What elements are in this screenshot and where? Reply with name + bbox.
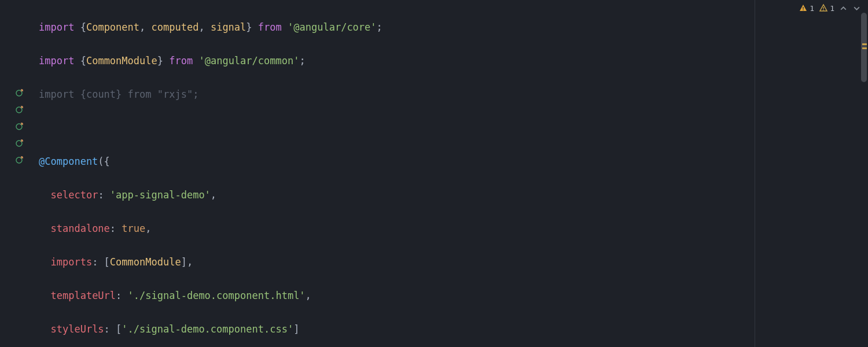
error-stripe-marker[interactable] [862, 43, 867, 45]
chevron-up-icon [840, 5, 847, 12]
code-line[interactable]: imports: [CommonModule], [39, 254, 755, 271]
prev-highlight-button[interactable] [839, 5, 848, 12]
weak-warning-count: 1 [830, 4, 834, 13]
code-line[interactable]: styleUrls: ['./signal-demo.component.css… [39, 321, 755, 338]
inspections-widget[interactable]: 1 1 [799, 3, 861, 13]
weak-warning-icon [819, 3, 828, 13]
code-line[interactable]: templateUrl: './signal-demo.component.ht… [39, 287, 755, 304]
error-stripe-marker[interactable] [862, 47, 867, 49]
gutter [0, 0, 28, 347]
code-line[interactable] [39, 120, 755, 136]
next-highlight-button[interactable] [852, 5, 861, 12]
chevron-down-icon [853, 5, 860, 12]
svg-rect-5 [803, 7, 804, 9]
svg-rect-7 [823, 7, 823, 9]
weak-warning-indicator[interactable]: 1 [819, 3, 834, 13]
override-gutter-icon[interactable] [15, 121, 25, 132]
code-line[interactable]: import {count} from "rxjs"; [39, 86, 755, 103]
warning-icon [799, 3, 808, 13]
code-line[interactable]: standalone: true, [39, 220, 755, 237]
warning-count: 1 [810, 4, 814, 13]
svg-rect-8 [823, 10, 823, 10]
warning-indicator[interactable]: 1 [799, 3, 814, 13]
override-gutter-icon[interactable] [15, 138, 25, 149]
code-line[interactable]: selector: 'app-signal-demo', [39, 187, 755, 204]
code-editor[interactable]: import {Component, computed, signal} fro… [0, 0, 755, 347]
code-content[interactable]: import {Component, computed, signal} fro… [39, 2, 755, 347]
scrollbar-track[interactable] [861, 13, 867, 342]
editor-right-border [755, 0, 755, 347]
override-gutter-icon[interactable] [15, 88, 25, 98]
override-gutter-icon[interactable] [15, 105, 25, 115]
code-line[interactable]: @Component({ [39, 153, 755, 170]
code-line[interactable]: import {Component, computed, signal} fro… [39, 19, 755, 36]
override-gutter-icon[interactable] [15, 155, 25, 165]
code-line[interactable]: import {CommonModule} from '@angular/com… [39, 53, 755, 69]
svg-rect-6 [803, 10, 804, 10]
